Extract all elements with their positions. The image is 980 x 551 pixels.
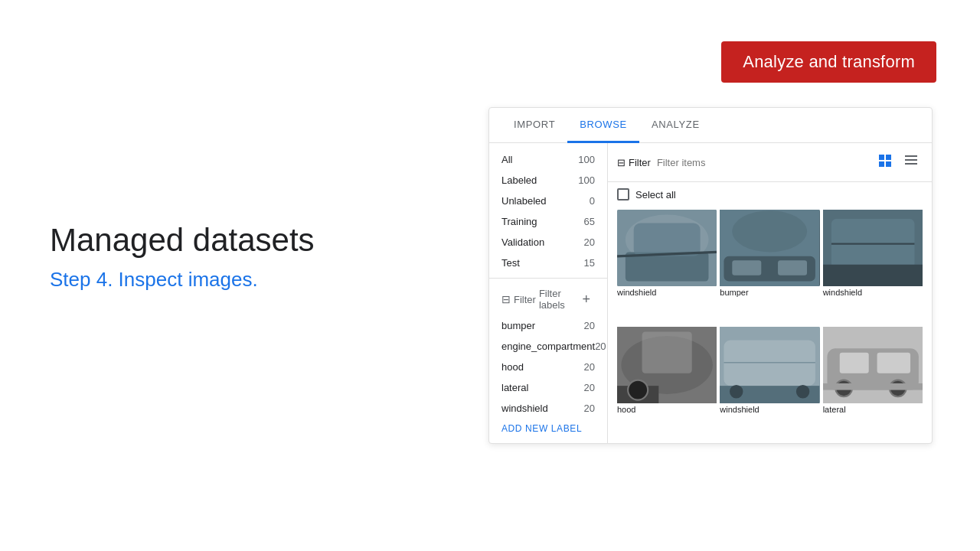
svg-rect-14 bbox=[733, 260, 762, 276]
image-grid: windshield bumper bbox=[608, 207, 932, 443]
sidebar-count-validation: 20 bbox=[584, 236, 595, 248]
image-label-2: bumper bbox=[720, 286, 819, 300]
sidebar-item-training[interactable]: Training 65 bbox=[489, 211, 607, 232]
image-label-3: windshield bbox=[823, 286, 923, 300]
image-item-4[interactable]: hood bbox=[617, 327, 717, 441]
sidebar-item-hood[interactable]: hood 20 bbox=[489, 357, 607, 377]
image-label-1: windshield bbox=[617, 286, 717, 300]
select-all-checkbox[interactable] bbox=[617, 188, 629, 201]
filter-funnel-icon: ⊟ bbox=[617, 157, 626, 168]
image-label-5: windshield bbox=[720, 403, 819, 417]
sidebar-item-lateral[interactable]: lateral 20 bbox=[489, 377, 607, 398]
image-item-2[interactable]: bumper bbox=[720, 210, 819, 324]
svg-rect-4 bbox=[905, 155, 917, 157]
svg-point-25 bbox=[628, 380, 648, 399]
car-image-1 bbox=[617, 210, 717, 286]
sidebar-item-test[interactable]: Test 15 bbox=[489, 253, 607, 273]
image-label-4: hood bbox=[617, 403, 717, 417]
image-item-5[interactable]: windshield bbox=[720, 327, 819, 441]
image-item-6[interactable]: lateral bbox=[823, 327, 923, 441]
sidebar-count-bumper: 20 bbox=[584, 320, 595, 331]
sidebar-label-engine: engine_compartment bbox=[501, 341, 595, 352]
left-content: Managed datasets Step 4. Inspect images. bbox=[50, 222, 315, 292]
list-view-icon bbox=[904, 154, 918, 168]
list-view-button[interactable] bbox=[900, 151, 923, 174]
grid-view-button[interactable] bbox=[874, 151, 897, 174]
sidebar-count-windshield: 20 bbox=[584, 403, 595, 414]
filter-text: Filter bbox=[629, 157, 651, 168]
tab-analyze[interactable]: ANALYZE bbox=[639, 108, 712, 143]
svg-rect-20 bbox=[823, 265, 923, 286]
sidebar-item-bumper[interactable]: bumper 20 bbox=[489, 315, 607, 336]
svg-rect-35 bbox=[877, 352, 910, 373]
add-filter-button[interactable]: + bbox=[577, 290, 595, 309]
image-thumb-5 bbox=[720, 327, 819, 403]
image-item-3[interactable]: windshield bbox=[823, 210, 923, 324]
svg-point-16 bbox=[733, 210, 808, 252]
sidebar-item-all[interactable]: All 100 bbox=[489, 149, 607, 170]
sub-title: Step 4. Inspect images. bbox=[50, 268, 315, 292]
svg-rect-6 bbox=[905, 163, 917, 165]
sidebar-label-windshield: windshield bbox=[501, 403, 548, 414]
sidebar-label-bumper: bumper bbox=[501, 320, 535, 331]
sidebar-label-hood: hood bbox=[501, 361, 524, 373]
sidebar: All 100 Labeled 100 Unlabeled 0 Training… bbox=[489, 143, 608, 443]
sidebar-count-unlabeled: 0 bbox=[590, 195, 595, 207]
panel-body: All 100 Labeled 100 Unlabeled 0 Training… bbox=[489, 143, 932, 443]
grid-view-icon bbox=[878, 154, 892, 168]
car-image-3 bbox=[823, 210, 923, 286]
car-image-6 bbox=[823, 327, 923, 403]
svg-rect-1 bbox=[886, 155, 891, 160]
sidebar-count-labeled: 100 bbox=[578, 174, 595, 186]
svg-rect-23 bbox=[642, 331, 692, 373]
image-thumb-3 bbox=[823, 210, 923, 286]
tab-import[interactable]: IMPORT bbox=[501, 108, 567, 143]
select-all-label: Select all bbox=[635, 189, 676, 201]
sidebar-count-hood: 20 bbox=[584, 361, 595, 373]
car-image-2 bbox=[720, 210, 819, 286]
sidebar-count-engine: 20 bbox=[595, 341, 606, 352]
sidebar-label-unlabeled: Unlabeled bbox=[501, 195, 547, 207]
sidebar-item-validation[interactable]: Validation 20 bbox=[489, 232, 607, 253]
select-all-row: Select all bbox=[608, 182, 932, 207]
filter-bar: ⊟ Filter bbox=[608, 143, 932, 182]
main-title: Managed datasets bbox=[50, 222, 315, 259]
filter-labels-header: ⊟ Filter Filter labels + bbox=[489, 283, 607, 315]
image-thumb-6 bbox=[823, 327, 923, 403]
filter-items-input[interactable] bbox=[657, 157, 867, 168]
sidebar-item-engine[interactable]: engine_compartment 20 bbox=[489, 336, 607, 357]
image-thumb-4 bbox=[617, 327, 717, 403]
sidebar-count-all: 100 bbox=[578, 154, 595, 165]
svg-rect-2 bbox=[879, 161, 884, 167]
sidebar-label-labeled: Labeled bbox=[501, 174, 537, 186]
sidebar-count-test: 15 bbox=[584, 257, 595, 269]
view-toggle bbox=[874, 151, 923, 174]
filter-labels-text: Filter labels bbox=[539, 288, 575, 311]
sidebar-count-training: 65 bbox=[584, 216, 595, 227]
sidebar-item-windshield[interactable]: windshield 20 bbox=[489, 398, 607, 419]
svg-point-31 bbox=[796, 385, 809, 398]
analyze-transform-button[interactable]: Analyze and transform bbox=[721, 41, 936, 83]
svg-rect-38 bbox=[823, 383, 923, 390]
content-area: ⊟ Filter bbox=[608, 143, 932, 443]
svg-rect-15 bbox=[778, 260, 807, 276]
sidebar-item-labeled[interactable]: Labeled 100 bbox=[489, 170, 607, 191]
add-new-label-button[interactable]: ADD NEW LABEL bbox=[489, 419, 607, 439]
image-item-1[interactable]: windshield bbox=[617, 210, 717, 324]
svg-rect-5 bbox=[905, 159, 917, 161]
image-thumb-2 bbox=[720, 210, 819, 286]
sidebar-label-lateral: lateral bbox=[501, 382, 528, 393]
sidebar-label-test: Test bbox=[501, 257, 520, 269]
sidebar-label-validation: Validation bbox=[501, 236, 544, 248]
svg-rect-10 bbox=[634, 223, 701, 256]
filter-icon: ⊟ bbox=[501, 293, 511, 305]
car-image-4 bbox=[617, 327, 717, 403]
svg-rect-0 bbox=[879, 155, 884, 160]
car-image-5 bbox=[720, 327, 819, 403]
sidebar-item-unlabeled[interactable]: Unlabeled 0 bbox=[489, 191, 607, 211]
svg-rect-3 bbox=[886, 161, 891, 167]
sidebar-label-training: Training bbox=[501, 216, 537, 227]
dataset-panel: IMPORT BROWSE ANALYZE All 100 Labeled 10… bbox=[488, 107, 933, 444]
tab-browse[interactable]: BROWSE bbox=[567, 108, 639, 143]
sidebar-label-all: All bbox=[501, 154, 512, 165]
